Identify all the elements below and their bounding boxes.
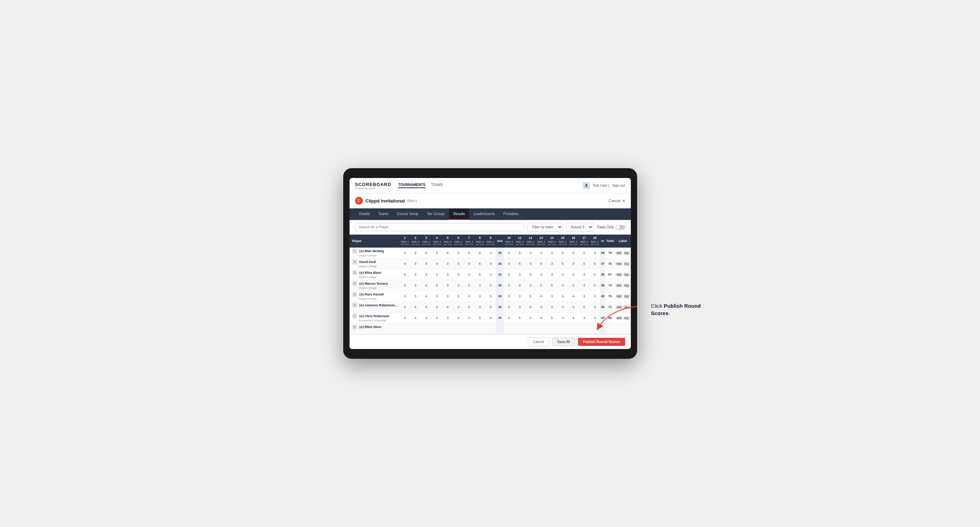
score-cell[interactable]: 3 bbox=[442, 290, 453, 302]
score-cell[interactable]: 3 bbox=[474, 290, 485, 302]
save-all-button[interactable]: Save All bbox=[552, 338, 575, 346]
score-cell[interactable]: 5 bbox=[557, 248, 568, 259]
score-cell[interactable]: 5 bbox=[485, 290, 496, 302]
score-cell[interactable]: 3 bbox=[442, 280, 453, 290]
score-cell[interactable] bbox=[568, 323, 579, 334]
score-cell[interactable]: 3 bbox=[514, 302, 525, 312]
score-cell[interactable]: 6 bbox=[568, 248, 579, 259]
score-cell[interactable]: 5 bbox=[536, 280, 547, 290]
score-cell[interactable] bbox=[547, 323, 557, 334]
wd-badge[interactable]: WD bbox=[616, 294, 622, 298]
score-cell[interactable]: 5 bbox=[399, 269, 410, 280]
score-cell[interactable]: 5 bbox=[590, 258, 600, 269]
score-cell[interactable]: 3 bbox=[547, 290, 557, 302]
score-cell[interactable]: 3 bbox=[442, 258, 453, 269]
score-cell[interactable]: 3 bbox=[399, 248, 410, 259]
score-cell[interactable]: 3 bbox=[421, 258, 432, 269]
score-cell[interactable]: 3 bbox=[514, 269, 525, 280]
score-cell[interactable]: 5 bbox=[464, 248, 475, 259]
score-cell[interactable]: 5 bbox=[421, 302, 432, 312]
score-cell[interactable]: 4 bbox=[568, 290, 579, 302]
score-cell[interactable]: 3 bbox=[410, 258, 421, 269]
score-cell[interactable]: 5 bbox=[464, 280, 475, 290]
score-cell[interactable]: 4 bbox=[442, 248, 453, 259]
score-cell[interactable]: 5 bbox=[557, 258, 568, 269]
score-cell[interactable]: 4 bbox=[410, 312, 421, 323]
score-cell[interactable]: 3 bbox=[485, 280, 496, 290]
score-cell[interactable]: 3 bbox=[442, 269, 453, 280]
score-cell[interactable] bbox=[432, 323, 442, 334]
score-cell[interactable]: 4 bbox=[432, 269, 442, 280]
score-cell[interactable]: 5 bbox=[557, 290, 568, 302]
score-cell[interactable]: 5 bbox=[568, 280, 579, 290]
score-cell[interactable]: 3 bbox=[504, 280, 515, 290]
score-cell[interactable]: 3 bbox=[547, 258, 557, 269]
score-cell[interactable]: 3 bbox=[590, 290, 600, 302]
tab-printables[interactable]: Printables bbox=[499, 208, 523, 220]
score-cell[interactable]: 5 bbox=[579, 258, 590, 269]
score-cell[interactable]: 4 bbox=[421, 312, 432, 323]
score-cell[interactable]: 4 bbox=[547, 248, 557, 259]
score-cell[interactable]: 6 bbox=[590, 269, 600, 280]
score-cell[interactable]: 5 bbox=[399, 280, 410, 290]
score-cell[interactable] bbox=[474, 323, 485, 334]
score-cell[interactable]: 5 bbox=[485, 302, 496, 312]
score-cell[interactable]: 3 bbox=[547, 269, 557, 280]
score-cell[interactable]: 3 bbox=[525, 280, 536, 290]
score-cell[interactable]: 3 bbox=[421, 269, 432, 280]
score-cell[interactable] bbox=[442, 323, 453, 334]
score-cell[interactable]: 3 bbox=[453, 280, 464, 290]
round-select[interactable]: Round 3 bbox=[566, 223, 594, 232]
score-cell[interactable]: 3 bbox=[568, 302, 579, 312]
dq-badge[interactable]: DQ bbox=[624, 284, 630, 287]
wd-badge[interactable]: WD bbox=[616, 284, 622, 287]
dq-badge[interactable]: DQ bbox=[624, 294, 630, 298]
footer-cancel-button[interactable]: Cancel bbox=[528, 338, 549, 346]
score-cell[interactable]: 4 bbox=[421, 290, 432, 302]
score-cell[interactable]: 4 bbox=[536, 290, 547, 302]
score-cell[interactable]: 4 bbox=[568, 312, 579, 323]
score-cell[interactable]: 4 bbox=[453, 312, 464, 323]
dq-badge[interactable]: DQ bbox=[624, 251, 630, 255]
tab-results[interactable]: Results bbox=[449, 208, 469, 220]
score-cell[interactable]: 4 bbox=[453, 269, 464, 280]
tournament-cancel-btn[interactable]: Cancel ✕ bbox=[608, 198, 625, 203]
tab-details[interactable]: Details bbox=[355, 208, 374, 220]
score-cell[interactable]: 3 bbox=[432, 302, 442, 312]
score-cell[interactable]: 3 bbox=[410, 290, 421, 302]
score-cell[interactable]: 3 bbox=[410, 280, 421, 290]
score-cell[interactable]: 4 bbox=[485, 312, 496, 323]
score-cell[interactable]: 5 bbox=[525, 269, 536, 280]
score-cell[interactable]: 5 bbox=[453, 290, 464, 302]
score-cell[interactable]: 5 bbox=[514, 312, 525, 323]
score-cell[interactable] bbox=[410, 323, 421, 334]
score-cell[interactable]: 4 bbox=[442, 302, 453, 312]
score-cell[interactable] bbox=[525, 323, 536, 334]
score-cell[interactable]: 4 bbox=[485, 269, 496, 280]
score-cell[interactable]: 5 bbox=[421, 248, 432, 259]
tab-course-setup[interactable]: Course Setup bbox=[393, 208, 423, 220]
score-cell[interactable]: 3 bbox=[547, 302, 557, 312]
nav-teams[interactable]: TEAMS bbox=[431, 183, 443, 188]
score-cell[interactable]: 3 bbox=[579, 280, 590, 290]
tab-leaderboards[interactable]: Leaderboards bbox=[469, 208, 499, 220]
score-cell[interactable] bbox=[485, 323, 496, 334]
score-cell[interactable]: 3 bbox=[504, 269, 515, 280]
search-input[interactable] bbox=[355, 223, 525, 231]
score-cell[interactable] bbox=[421, 323, 432, 334]
wd-badge[interactable]: WD bbox=[616, 251, 622, 255]
score-cell[interactable]: 3 bbox=[410, 248, 421, 259]
score-cell[interactable]: 4 bbox=[421, 280, 432, 290]
score-cell[interactable]: 5 bbox=[464, 302, 475, 312]
score-cell[interactable]: 3 bbox=[453, 258, 464, 269]
score-cell[interactable]: 3 bbox=[442, 312, 453, 323]
wd-badge[interactable]: WD bbox=[616, 273, 622, 276]
score-cell[interactable]: 3 bbox=[474, 280, 485, 290]
score-cell[interactable]: 3 bbox=[525, 248, 536, 259]
score-cell[interactable]: 5 bbox=[432, 280, 442, 290]
score-cell[interactable]: 4 bbox=[399, 258, 410, 269]
score-cell[interactable] bbox=[514, 323, 525, 334]
score-cell[interactable] bbox=[536, 323, 547, 334]
score-cell[interactable]: 3 bbox=[579, 269, 590, 280]
score-cell[interactable]: 4 bbox=[514, 280, 525, 290]
